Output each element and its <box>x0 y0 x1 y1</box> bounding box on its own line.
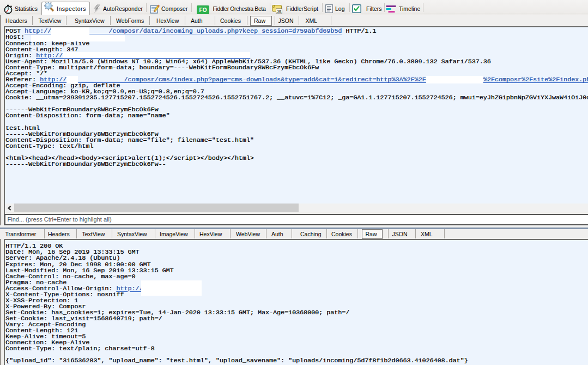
svg-text:JS: JS <box>276 9 281 14</box>
svg-text:FO: FO <box>199 7 207 13</box>
